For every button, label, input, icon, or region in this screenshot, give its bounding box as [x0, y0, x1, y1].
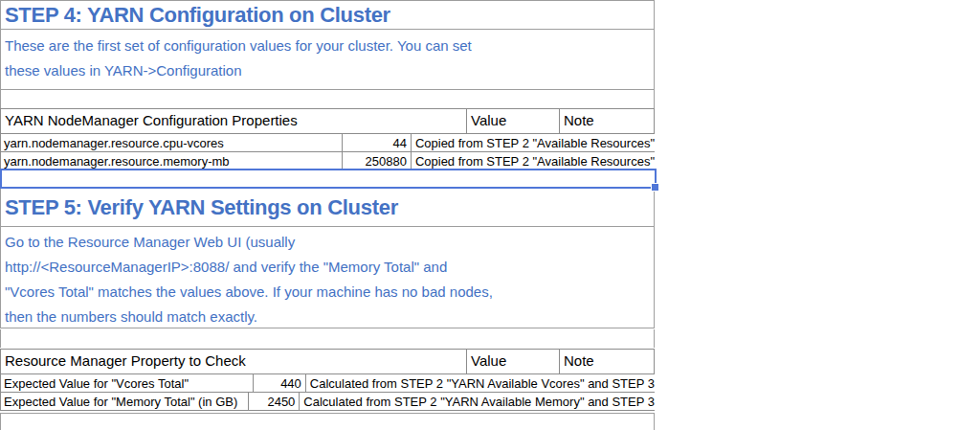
table2-header-value[interactable]: Value — [467, 350, 560, 373]
value-cell[interactable]: 2450 — [249, 392, 301, 410]
value-cell[interactable]: 44 — [343, 133, 412, 151]
property-cell[interactable]: yarn.nodemanager.resource.memory-mb — [1, 151, 343, 170]
table2-header-property[interactable]: Resource Manager Property to Check — [1, 350, 467, 373]
table1-header-property[interactable]: YARN NodeManager Configuration Propertie… — [1, 109, 467, 133]
value-cell[interactable]: 250880 — [343, 151, 412, 170]
step4-description-cell[interactable]: These are the first set of configuration… — [0, 29, 655, 90]
property-cell[interactable]: Expected Value for "Memory Total" (in GB… — [1, 392, 249, 410]
step5-description-cell[interactable]: Go to the Resource Manager Web UI (usual… — [0, 226, 655, 328]
table1-header-note[interactable]: Note — [560, 109, 654, 133]
value-cell[interactable]: 440 — [254, 373, 306, 392]
note-cell[interactable]: Calculated from STEP 2 "YARN Available V… — [306, 373, 655, 392]
table1-row: yarn.nodemanager.resource.cpu-vcores 44 … — [0, 133, 655, 152]
note-cell[interactable]: Copied from STEP 2 "Available Resources" — [412, 151, 655, 170]
table2-row: Expected Value for "Memory Total" (in GB… — [0, 392, 655, 411]
empty-row-3[interactable] — [0, 413, 655, 430]
note-cell[interactable]: Calculated from STEP 2 "YARN Available M… — [300, 392, 655, 410]
empty-row-1[interactable] — [0, 90, 655, 108]
step5-title-cell[interactable]: STEP 5: Verify YARN Settings on Cluster — [0, 188, 655, 227]
table1-row: yarn.nodemanager.resource.memory-mb 2508… — [0, 151, 655, 170]
step4-title-cell[interactable]: STEP 4: YARN Configuration on Cluster — [0, 0, 655, 30]
table2-header-row: Resource Manager Property to Check Value… — [0, 349, 655, 374]
empty-row-2[interactable] — [0, 329, 655, 348]
table1-header-row: YARN NodeManager Configuration Propertie… — [0, 108, 655, 134]
property-cell[interactable]: yarn.nodemanager.resource.cpu-vcores — [1, 133, 343, 151]
property-cell[interactable]: Expected Value for "Vcores Total" — [1, 373, 254, 392]
table2-header-note[interactable]: Note — [560, 350, 654, 373]
selected-cell[interactable] — [0, 169, 657, 189]
note-cell[interactable]: Copied from STEP 2 "Available Resources" — [412, 133, 655, 151]
table1-header-value[interactable]: Value — [467, 109, 560, 133]
spreadsheet-canvas: STEP 4: YARN Configuration on Cluster Th… — [0, 0, 980, 430]
table2-row: Expected Value for "Vcores Total" 440 Ca… — [0, 373, 655, 393]
fill-handle[interactable] — [651, 183, 659, 192]
